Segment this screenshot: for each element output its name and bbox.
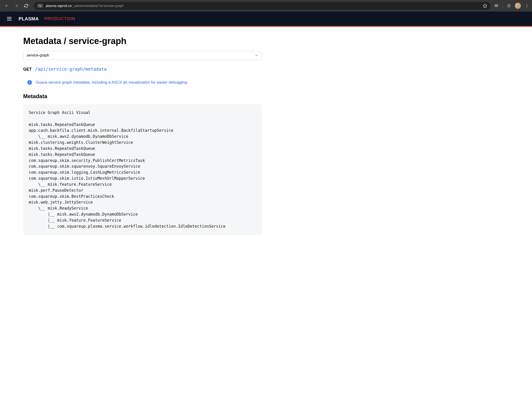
url-host: plasma.sqprod.co [46, 4, 72, 8]
bookmark-button[interactable] [483, 3, 487, 8]
api-path-link[interactable]: /api/service-graph/metadata [35, 66, 107, 72]
star-icon [483, 3, 487, 8]
leaf-button[interactable] [506, 3, 511, 8]
info-text: Guava service graph metadata, including … [36, 80, 188, 85]
app-name: PLASMA [19, 16, 39, 21]
page-title: Metadata / service-graph [23, 36, 262, 46]
chevron-down-icon [255, 54, 258, 57]
info-banner: i Guava service graph metadata, includin… [23, 80, 262, 85]
app-header: PLASMA PRODUCTION [0, 12, 532, 27]
svg-point-9 [527, 7, 527, 7]
url-text: plasma.sqprod.co/_admin/metadata/?q=serv… [46, 4, 124, 8]
puzzle-icon [494, 4, 499, 8]
extensions-button[interactable] [494, 3, 499, 8]
section-title: Metadata [23, 93, 262, 100]
menu-icon [6, 16, 12, 22]
url-bar[interactable]: plasma.sqprod.co/_admin/metadata/?q=serv… [34, 2, 491, 10]
svg-point-3 [40, 6, 41, 7]
arrow-right-icon [14, 4, 19, 8]
leaf-icon [507, 4, 511, 8]
reload-button[interactable] [22, 2, 30, 10]
hamburger-menu-button[interactable] [6, 15, 13, 22]
http-method: GET [23, 67, 32, 72]
svg-point-7 [527, 4, 527, 5]
metadata-select[interactable]: service-graph [23, 51, 262, 60]
url-path: /_admin/metadata/?q=service-graph [72, 4, 124, 8]
info-icon: i [27, 80, 32, 85]
select-value: service-graph [27, 53, 49, 57]
chrome-menu-button[interactable] [525, 3, 529, 8]
profile-avatar[interactable] [515, 3, 521, 9]
environment-badge: PRODUCTION [44, 16, 75, 21]
site-settings-icon[interactable] [37, 4, 43, 8]
arrow-left-icon [5, 4, 9, 8]
reload-icon [24, 4, 28, 8]
svg-marker-6 [483, 4, 487, 8]
browser-chrome: plasma.sqprod.co/_admin/metadata/?q=serv… [0, 0, 532, 12]
back-button[interactable] [3, 2, 11, 10]
tune-icon [38, 4, 42, 7]
chrome-right [494, 3, 529, 9]
chrome-divider [503, 3, 503, 8]
metadata-code-block: Service Graph Ascii Visual misk.tasks.Re… [23, 104, 262, 235]
forward-button[interactable] [12, 2, 20, 10]
svg-point-0 [39, 5, 40, 5]
api-endpoint: GET /api/service-graph/metadata [23, 66, 262, 72]
content: Metadata / service-graph service-graph G… [0, 27, 285, 244]
svg-point-8 [527, 6, 527, 6]
more-vert-icon [525, 4, 529, 8]
